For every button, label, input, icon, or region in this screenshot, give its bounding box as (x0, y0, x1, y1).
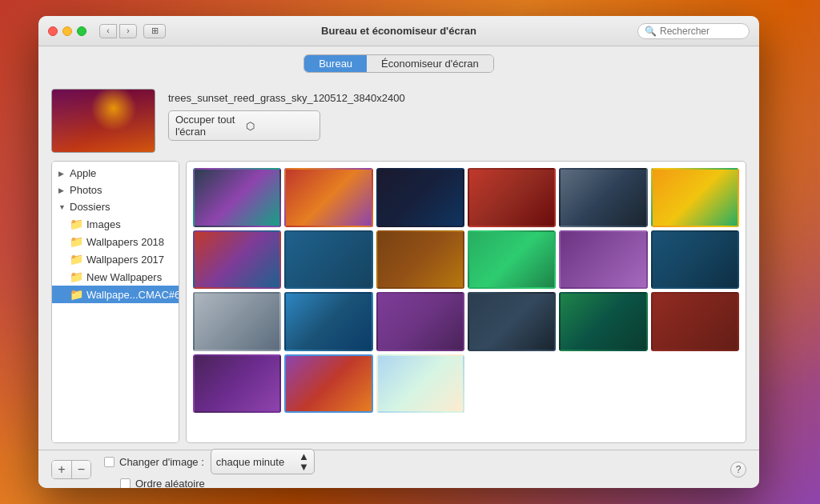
sidebar-item-label: Apple (70, 167, 96, 179)
sidebar-item-images[interactable]: 📁 Images (52, 215, 179, 233)
tabs-bar: Bureau Économiseur d'écran (38, 46, 759, 79)
thumbnail-19[interactable] (193, 354, 281, 414)
bottom-options: Changer d'image : chaque minute ▲ ▼ Ordr… (104, 449, 315, 488)
thumbnail-10[interactable] (468, 230, 556, 290)
thumbnail-1[interactable] (193, 168, 281, 227)
content-area: trees_sunset_reed_grass_sky_120512_3840x… (38, 79, 759, 450)
thumbnail-5[interactable] (559, 168, 647, 227)
sidebar-item-label: Images (86, 218, 121, 230)
arrow-icon: ▶ (58, 170, 66, 178)
random-checkbox-label[interactable]: Ordre aléatoire (120, 478, 205, 488)
folder-icon: 📁 (70, 235, 83, 248)
change-image-checkbox-label[interactable]: Changer d'image : (104, 456, 204, 468)
tab-group: Bureau Économiseur d'écran (303, 54, 494, 73)
folder-icon: 📁 (70, 270, 83, 283)
folder-icon: 📁 (70, 288, 83, 301)
traffic-lights (48, 26, 86, 36)
sidebar-item-label: Wallpape...CMAC#60 (86, 289, 179, 301)
nav-buttons: ‹ › (99, 24, 137, 38)
sidebar-item-label: Dossiers (70, 201, 111, 213)
remove-button[interactable]: − (71, 461, 90, 478)
help-button[interactable]: ? (730, 462, 746, 478)
thumbnail-18[interactable] (651, 292, 739, 351)
tab-screensaver[interactable]: Économiseur d'écran (367, 55, 493, 72)
sidebar-item-wallpape-cmac60[interactable]: 📁 Wallpape...CMAC#60 (52, 286, 179, 303)
search-box[interactable]: 🔍 (637, 23, 750, 39)
random-checkbox[interactable] (120, 478, 131, 488)
arrow-icon: ▼ (58, 203, 66, 211)
thumbnail-3[interactable] (376, 168, 464, 227)
bottom-bar: + − Changer d'image : chaque minute ▲ ▼ (38, 450, 759, 488)
thumbnail-11[interactable] (559, 230, 647, 290)
preview-filename: trees_sunset_reed_grass_sky_120512_3840x… (168, 92, 405, 104)
sidebar-item-label: New Wallpapers (86, 271, 162, 283)
interval-arrows-icon: ▲ ▼ (299, 451, 309, 472)
dropdown-arrow-icon: ⬡ (246, 120, 313, 132)
random-label: Ordre aléatoire (135, 478, 205, 488)
random-row: Ordre aléatoire (104, 478, 315, 488)
main-panel: ▶ Apple ▶ Photos ▼ Dossiers 📁 Images 📁 (51, 161, 746, 450)
fill-dropdown[interactable]: Occuper tout l'écran ⬡ (168, 110, 320, 141)
thumbnail-12[interactable] (651, 230, 739, 290)
window-title: Bureau et économiseur d'écran (321, 25, 476, 37)
sidebar-item-label: Wallpapers 2017 (86, 254, 164, 266)
interval-dropdown-label: chaque minute (216, 456, 295, 468)
thumbnail-16[interactable] (468, 292, 556, 351)
thumbnail-21[interactable] (376, 354, 464, 414)
change-image-checkbox[interactable] (104, 457, 115, 467)
sidebar: ▶ Apple ▶ Photos ▼ Dossiers 📁 Images 📁 (51, 161, 179, 443)
preview-thumbnail (51, 89, 155, 153)
thumbnail-13[interactable] (193, 292, 281, 351)
nav-back-button[interactable]: ‹ (99, 24, 117, 38)
fill-dropdown-label: Occuper tout l'écran (175, 114, 243, 138)
add-button[interactable]: + (52, 461, 71, 478)
folder-icon: 📁 (70, 218, 83, 230)
grid-view-button[interactable]: ⊞ (143, 24, 166, 38)
thumbnail-7[interactable] (193, 230, 281, 290)
sidebar-item-photos[interactable]: ▶ Photos (52, 182, 179, 198)
thumbnail-9[interactable] (376, 230, 464, 290)
preview-section: trees_sunset_reed_grass_sky_120512_3840x… (51, 79, 746, 161)
main-window: ‹ › ⊞ Bureau et économiseur d'écran 🔍 Bu… (38, 16, 759, 488)
thumbnail-2[interactable] (284, 168, 372, 227)
arrow-icon: ▶ (58, 186, 66, 194)
thumbnail-grid (186, 161, 746, 443)
add-remove-buttons: + − (51, 460, 91, 479)
thumbnail-4[interactable] (468, 168, 556, 227)
thumbnail-15[interactable] (376, 292, 464, 351)
close-button[interactable] (48, 26, 58, 36)
maximize-button[interactable] (77, 26, 86, 36)
sidebar-item-label: Photos (70, 184, 102, 196)
change-image-row: Changer d'image : chaque minute ▲ ▼ (104, 449, 315, 474)
search-input[interactable] (660, 26, 742, 37)
minimize-button[interactable] (62, 26, 72, 36)
titlebar: ‹ › ⊞ Bureau et économiseur d'écran 🔍 (38, 16, 759, 46)
sidebar-item-dossiers[interactable]: ▼ Dossiers (52, 198, 179, 215)
tab-bureau[interactable]: Bureau (304, 55, 367, 72)
thumbnail-17[interactable] (559, 292, 647, 351)
change-image-label: Changer d'image : (119, 456, 204, 468)
thumbnail-6[interactable] (651, 168, 739, 227)
search-icon: 🔍 (645, 26, 657, 37)
sidebar-item-apple[interactable]: ▶ Apple (52, 165, 179, 182)
sidebar-item-wallpapers2017[interactable]: 📁 Wallpapers 2017 (52, 250, 179, 268)
thumbnail-8[interactable] (284, 230, 372, 290)
preview-info: trees_sunset_reed_grass_sky_120512_3840x… (168, 89, 405, 141)
interval-dropdown[interactable]: chaque minute ▲ ▼ (211, 449, 315, 474)
sidebar-item-new-wallpapers[interactable]: 📁 New Wallpapers (52, 268, 179, 286)
nav-forward-button[interactable]: › (119, 24, 137, 38)
sidebar-item-label: Wallpapers 2018 (86, 236, 164, 248)
thumbnail-14[interactable] (284, 292, 372, 351)
folder-icon: 📁 (70, 253, 83, 266)
thumbnail-20[interactable] (284, 354, 372, 414)
sidebar-item-wallpapers2018[interactable]: 📁 Wallpapers 2018 (52, 233, 179, 250)
